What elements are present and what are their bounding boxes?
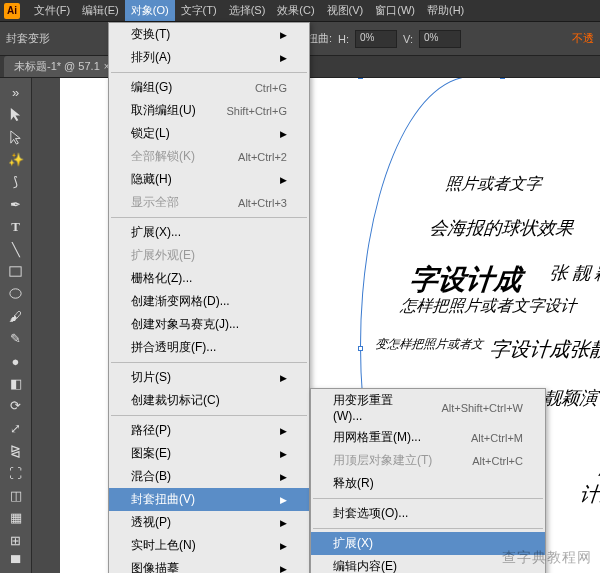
- rectangle-tool[interactable]: [4, 261, 28, 281]
- menu-item[interactable]: 创建裁切标记(C): [109, 389, 309, 412]
- menu-help[interactable]: 帮助(H): [421, 0, 470, 21]
- canvas-text: 会海报的球状效果: [429, 216, 575, 240]
- canvas-text: 照片或者文字: [444, 174, 542, 195]
- menu-item[interactable]: 变换(T)▶: [109, 23, 309, 46]
- v-label: V:: [403, 33, 413, 45]
- menu-item[interactable]: 拼合透明度(F)...: [109, 336, 309, 359]
- menu-item[interactable]: 图像描摹▶: [109, 557, 309, 573]
- canvas-text: 张 靓 颖: [549, 261, 600, 285]
- canvas-text: 变怎样把照片或者文: [374, 336, 483, 353]
- menu-object[interactable]: 对象(O): [125, 0, 175, 21]
- canvas-text: 字设计成张靓: [489, 336, 600, 363]
- menu-edit[interactable]: 编辑(E): [76, 0, 125, 21]
- gradient-tool[interactable]: ▀: [4, 553, 28, 573]
- menu-type[interactable]: 文字(T): [175, 0, 223, 21]
- submenu-item[interactable]: 用变形重置(W)...Alt+Shift+Ctrl+W: [311, 389, 545, 426]
- h-distort-input[interactable]: 0%: [355, 30, 397, 48]
- menu-item[interactable]: 图案(E)▶: [109, 442, 309, 465]
- eraser-tool[interactable]: ◧: [4, 373, 28, 393]
- menu-item[interactable]: 封套扭曲(V)▶: [109, 488, 309, 511]
- canvas-text: 字设计成: [408, 261, 523, 299]
- pen-tool[interactable]: ✒: [4, 194, 28, 214]
- pencil-tool[interactable]: ✎: [4, 328, 28, 348]
- object-menu: 变换(T)▶排列(A)▶编组(G)Ctrl+G取消编组(U)Shift+Ctrl…: [108, 22, 310, 573]
- shape-builder-tool[interactable]: ◫: [4, 485, 28, 505]
- h-label: H:: [338, 33, 349, 45]
- menu-item: 扩展外观(E): [109, 244, 309, 267]
- menu-view[interactable]: 视图(V): [321, 0, 370, 21]
- menu-item: 全部解锁(K)Alt+Ctrl+2: [109, 145, 309, 168]
- magic-wand-tool[interactable]: ✨: [4, 149, 28, 169]
- submenu-item[interactable]: 释放(R): [311, 472, 545, 495]
- mesh-tool[interactable]: ⊞: [4, 530, 28, 550]
- paintbrush-tool[interactable]: 🖌: [4, 306, 28, 326]
- tab-title: 未标题-1* @ 57.1: [14, 59, 100, 74]
- free-transform-tool[interactable]: ⛶: [4, 463, 28, 483]
- line-tool[interactable]: ╲: [4, 239, 28, 259]
- menu-item[interactable]: 扩展(X)...: [109, 221, 309, 244]
- submenu-item: 用顶层对象建立(T)Alt+Ctrl+C: [311, 449, 545, 472]
- menu-item[interactable]: 混合(B)▶: [109, 465, 309, 488]
- menu-item[interactable]: 路径(P)▶: [109, 419, 309, 442]
- menu-item[interactable]: 创建对象马赛克(J)...: [109, 313, 309, 336]
- app-logo: Ai: [4, 3, 20, 19]
- menu-window[interactable]: 窗口(W): [369, 0, 421, 21]
- ellipse-tool[interactable]: [4, 284, 28, 304]
- opacity-link[interactable]: 不透: [572, 31, 594, 46]
- menu-item[interactable]: 排列(A)▶: [109, 46, 309, 69]
- menu-item[interactable]: 实时上色(N)▶: [109, 534, 309, 557]
- width-tool[interactable]: ⧎: [4, 441, 28, 461]
- menu-select[interactable]: 选择(S): [223, 0, 272, 21]
- blob-brush-tool[interactable]: ●: [4, 351, 28, 371]
- menu-item[interactable]: 创建渐变网格(D)...: [109, 290, 309, 313]
- canvas-text: 计成张: [579, 481, 600, 508]
- menubar: Ai 文件(F) 编辑(E) 对象(O) 文字(T) 选择(S) 效果(C) 视…: [0, 0, 600, 22]
- rotate-tool[interactable]: ⟳: [4, 396, 28, 416]
- control-mode-label: 封套变形: [6, 31, 50, 46]
- menu-item[interactable]: 隐藏(H)▶: [109, 168, 309, 191]
- svg-point-1: [10, 289, 21, 298]
- menu-item[interactable]: 切片(S)▶: [109, 366, 309, 389]
- scale-tool[interactable]: ⤢: [4, 418, 28, 438]
- selection-tool[interactable]: [4, 104, 28, 124]
- toolbox: » ✨ ⟆ ✒ T ╲ 🖌 ✎ ● ◧ ⟳ ⤢ ⧎ ⛶ ◫ ▦ ⊞ ▀: [0, 78, 32, 573]
- menu-item[interactable]: 栅格化(Z)...: [109, 267, 309, 290]
- tab-cycle-icon[interactable]: »: [4, 82, 28, 102]
- menu-item: 显示全部Alt+Ctrl+3: [109, 191, 309, 214]
- menu-item[interactable]: 锁定(L)▶: [109, 122, 309, 145]
- v-distort-input[interactable]: 0%: [419, 30, 461, 48]
- menu-file[interactable]: 文件(F): [28, 0, 76, 21]
- direct-selection-tool[interactable]: [4, 127, 28, 147]
- envelope-distort-submenu: 用变形重置(W)...Alt+Shift+Ctrl+W用网格重置(M)...Al…: [310, 388, 546, 573]
- menu-item[interactable]: 编组(G)Ctrl+G: [109, 76, 309, 99]
- submenu-item[interactable]: 封套选项(O)...: [311, 502, 545, 525]
- menu-item[interactable]: 透视(P)▶: [109, 511, 309, 534]
- lasso-tool[interactable]: ⟆: [4, 172, 28, 192]
- svg-rect-0: [10, 267, 21, 276]
- menu-effect[interactable]: 效果(C): [271, 0, 320, 21]
- perspective-grid-tool[interactable]: ▦: [4, 508, 28, 528]
- canvas-text: 怎样把照片或者文字设计: [399, 296, 577, 317]
- distort-label: 扭曲:: [307, 31, 332, 46]
- document-tab[interactable]: 未标题-1* @ 57.1 ×: [4, 56, 120, 77]
- submenu-item[interactable]: 用网格重置(M)...Alt+Ctrl+M: [311, 426, 545, 449]
- type-tool[interactable]: T: [4, 216, 28, 236]
- menu-item[interactable]: 取消编组(U)Shift+Ctrl+G: [109, 99, 309, 122]
- watermark: 查字典教程网: [502, 549, 592, 567]
